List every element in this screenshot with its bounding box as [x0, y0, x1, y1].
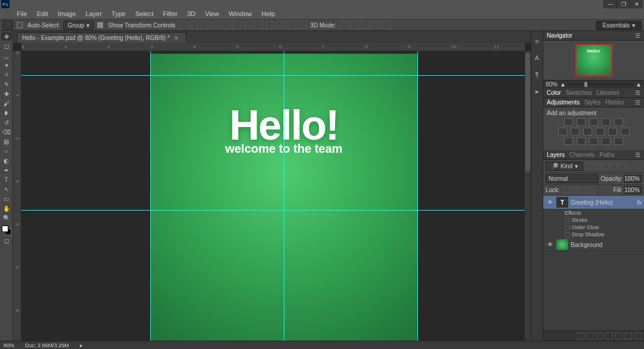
- effect-item[interactable]: Stroke: [543, 217, 644, 224]
- blur-tool-icon[interactable]: ○: [1, 147, 12, 155]
- wand-tool-icon[interactable]: ✦: [1, 61, 12, 69]
- brush-tool-icon[interactable]: 🖌: [1, 99, 12, 107]
- distribute-icon[interactable]: [255, 21, 264, 29]
- workspace-switcher[interactable]: Essentials▾: [596, 21, 642, 30]
- color-balance-adjustment-icon[interactable]: [571, 128, 580, 135]
- menu-view[interactable]: View: [200, 9, 224, 18]
- lock-transparent-icon[interactable]: [564, 187, 569, 193]
- menu-filter[interactable]: Filter: [158, 9, 182, 18]
- vertical-ruler[interactable]: 01234567: [13, 51, 21, 341]
- quickmask-icon[interactable]: ◻: [1, 236, 12, 245]
- vertical-guide[interactable]: [417, 51, 418, 341]
- filter-type-icon[interactable]: [602, 163, 609, 169]
- filter-smart-icon[interactable]: [619, 163, 626, 169]
- delete-layer-icon[interactable]: [634, 332, 642, 339]
- tab-swatches[interactable]: Swatches: [566, 89, 592, 96]
- align-icon[interactable]: [211, 21, 219, 29]
- effect-toggle-icon[interactable]: [565, 232, 570, 237]
- bw-adjustment-icon[interactable]: [583, 128, 592, 135]
- effect-item[interactable]: Outer Glow: [543, 224, 644, 231]
- tab-channels[interactable]: Channels: [569, 152, 595, 158]
- show-transform-checkbox[interactable]: [97, 22, 103, 28]
- panel-menu-icon[interactable]: ☰: [635, 89, 640, 96]
- curves-adjustment-icon[interactable]: [589, 118, 598, 126]
- mode3d-icon[interactable]: [350, 21, 358, 29]
- healing-brush-tool-icon[interactable]: ✚: [1, 89, 12, 98]
- menu-layer[interactable]: Layer: [80, 9, 107, 18]
- document-tab[interactable]: Hello - Example.psd @ 80% (Greeting (Hel…: [17, 32, 187, 43]
- exposure-adjustment-icon[interactable]: [602, 118, 611, 126]
- gradient-tool-icon[interactable]: ▤: [1, 137, 12, 146]
- opacity-input[interactable]: [624, 175, 642, 183]
- effect-item[interactable]: Drop Shadow: [543, 231, 644, 238]
- menu-help[interactable]: Help: [257, 9, 280, 18]
- layer-item[interactable]: 👁 Background: [543, 238, 644, 252]
- invert-adjustment-icon[interactable]: [564, 137, 573, 145]
- menu-edit[interactable]: Edit: [32, 9, 53, 18]
- distribute-icon[interactable]: [298, 21, 306, 29]
- menu-3d[interactable]: 3D: [182, 9, 200, 18]
- mode3d-icon[interactable]: [382, 21, 391, 29]
- posterize-adjustment-icon[interactable]: [577, 137, 586, 145]
- paragraph-panel-icon[interactable]: ¶: [533, 70, 541, 79]
- layer-thumbnail-bg[interactable]: [556, 239, 568, 250]
- dodge-tool-icon[interactable]: ◐: [1, 156, 12, 165]
- tab-layers[interactable]: Layers: [547, 152, 565, 158]
- lasso-tool-icon[interactable]: ◡: [1, 51, 12, 60]
- distribute-icon[interactable]: [266, 21, 274, 29]
- filter-adjustment-icon[interactable]: [594, 163, 600, 169]
- filter-shape-icon[interactable]: [611, 163, 617, 169]
- layer-style-icon[interactable]: [587, 332, 594, 339]
- mode3d-icon[interactable]: [371, 21, 380, 29]
- menu-type[interactable]: Type: [107, 9, 131, 18]
- tab-color[interactable]: Color: [547, 89, 561, 96]
- new-layer-icon[interactable]: [625, 332, 632, 339]
- navigator-zoom-value[interactable]: 80%: [546, 81, 558, 88]
- close-button[interactable]: ✕: [630, 0, 643, 8]
- lock-position-icon[interactable]: [580, 187, 586, 193]
- layer-item[interactable]: 👁 T Greeting (Hello) fx: [543, 196, 644, 209]
- menu-select[interactable]: Select: [131, 9, 159, 18]
- new-adjustment-layer-icon[interactable]: [606, 332, 613, 339]
- character-panel-icon[interactable]: A: [533, 54, 541, 62]
- navigator-thumbnail[interactable]: Hello!: [575, 44, 612, 76]
- align-icon[interactable]: [233, 21, 241, 29]
- horizontal-ruler[interactable]: 0123456789101112: [21, 43, 525, 51]
- mode3d-icon[interactable]: [361, 21, 369, 29]
- layer-filter-dropdown[interactable]: 🔎 Kind ▾: [546, 162, 583, 171]
- tab-paths[interactable]: Paths: [599, 152, 615, 158]
- tab-styles[interactable]: Styles: [584, 99, 600, 106]
- hand-tool-icon[interactable]: ✋: [1, 204, 12, 212]
- lock-all-icon[interactable]: [589, 187, 595, 193]
- visibility-toggle-icon[interactable]: 👁: [546, 199, 554, 205]
- type-tool-icon[interactable]: T: [1, 175, 12, 184]
- shape-tool-icon[interactable]: ▭: [1, 194, 12, 203]
- lock-pixels-icon[interactable]: [572, 187, 578, 193]
- filter-pixel-icon[interactable]: [586, 163, 592, 169]
- color-lookup-adjustment-icon[interactable]: [621, 128, 630, 135]
- history-panel-icon[interactable]: ≡: [533, 37, 541, 45]
- distribute-icon[interactable]: [287, 21, 296, 29]
- layer-thumbnail-type[interactable]: T: [556, 197, 568, 208]
- menu-window[interactable]: Window: [224, 9, 256, 18]
- align-icon[interactable]: [179, 21, 187, 29]
- blend-mode-dropdown[interactable]: Normal: [546, 174, 598, 183]
- vibrance-adjustment-icon[interactable]: [614, 118, 623, 126]
- status-docsize[interactable]: Doc: 2.86M/3.29M: [25, 342, 69, 348]
- channel-mixer-adjustment-icon[interactable]: [608, 128, 617, 135]
- horizontal-guide[interactable]: [21, 75, 525, 76]
- minimize-button[interactable]: —: [603, 0, 617, 8]
- panel-menu-icon[interactable]: ☰: [635, 152, 640, 158]
- path-tool-icon[interactable]: ↖: [1, 185, 12, 193]
- distribute-icon[interactable]: [244, 21, 253, 29]
- panel-menu-icon[interactable]: ☰: [635, 32, 640, 39]
- new-group-icon[interactable]: [615, 332, 623, 339]
- distribute-icon[interactable]: [277, 21, 285, 29]
- color-swatch[interactable]: [2, 226, 11, 235]
- vertical-guide[interactable]: [284, 51, 284, 341]
- tab-navigator[interactable]: Navigator: [547, 32, 572, 39]
- navigator-zoom-slider[interactable]: [568, 83, 633, 86]
- link-layers-icon[interactable]: [577, 332, 584, 339]
- canvas-viewport[interactable]: Hello! welcome to the team: [21, 51, 525, 341]
- stamp-tool-icon[interactable]: ⧯: [1, 109, 12, 117]
